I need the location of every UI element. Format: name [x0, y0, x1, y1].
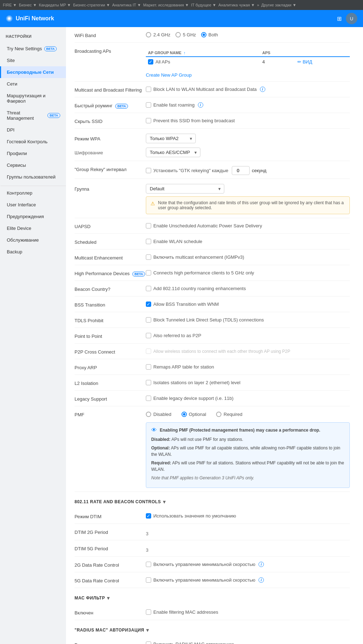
sidebar-item-backup[interactable]: Backup	[0, 246, 66, 258]
scheduled-check-wrap[interactable]: Enable WLAN schedule	[146, 239, 202, 244]
nav-alien[interactable]: Аналитика чужая ▼	[219, 3, 255, 7]
pmf-required-radio[interactable]	[216, 412, 221, 417]
sidebar-item-networks[interactable]: Сети	[0, 78, 66, 90]
nav-future[interactable]: IT будущее ▼	[191, 3, 216, 7]
pmf-optional-radio[interactable]	[182, 412, 187, 417]
high-perf-checkbox[interactable]	[146, 270, 151, 275]
edit-icon[interactable]: ✏	[297, 59, 301, 65]
sidebar-item-services[interactable]: Сервисы	[0, 159, 66, 171]
beacon-country-check-wrap[interactable]: Add 802.11d country roaming enhancements	[146, 286, 246, 291]
bss-transition-check-wrap[interactable]: ✓ Allow BSS Transition with WNM	[146, 302, 219, 307]
beacon-country-checkbox[interactable]	[146, 286, 151, 291]
tdls-prohibit-checkbox[interactable]	[146, 317, 151, 323]
sidebar-item-site[interactable]: Site	[0, 55, 66, 66]
sidebar-item-elite[interactable]: Elite Device	[0, 222, 66, 234]
sidebar-item-profiles[interactable]: Профили	[0, 148, 66, 159]
sidebar-item-wireless[interactable]: Беспроводные Сети	[0, 66, 66, 78]
radius-mac-enabled-check-wrap[interactable]: Включить RADIUS MAC авторизацию	[146, 642, 234, 644]
multicast-enh-checkbox[interactable]	[146, 254, 151, 260]
sidebar-item-try-new[interactable]: Try New Settings BETA	[0, 43, 66, 55]
scheduled-checkbox[interactable]	[146, 239, 151, 244]
mac-filter-enabled-check-wrap[interactable]: Enable filtering MAC addresses	[146, 609, 218, 615]
avatar[interactable]: U	[346, 13, 357, 24]
sort-arrow-icon[interactable]: ↑	[184, 51, 186, 55]
hide-ssid-check-wrap[interactable]: Prevent this SSID from being broadcast	[146, 118, 235, 123]
nav-bookmarks[interactable]: Другие закладки ▼	[261, 3, 296, 7]
ap-all-checkbox[interactable]: ✓	[148, 59, 153, 65]
sidebar-item-routing[interactable]: Маршрутизация и Фаервол	[0, 90, 66, 107]
sidebar-item-alerts[interactable]: Предупреждения	[0, 211, 66, 222]
nav-more[interactable]: »	[257, 3, 259, 7]
group-rekey-check-wrap[interactable]: Установить "GTK rekeying" каждые секунд	[146, 166, 266, 175]
l2-isolation-checkbox[interactable]	[146, 380, 151, 385]
multicast-checkbox[interactable]	[146, 87, 151, 92]
grid-icon[interactable]: ⊞	[337, 15, 342, 22]
ap-view-cell[interactable]: ✏ ВИД	[294, 57, 350, 67]
wifi-band-both[interactable]: Both	[201, 32, 218, 37]
nav-analytics[interactable]: Аналитика IT ▼	[112, 3, 141, 7]
multicast-enh-check-wrap[interactable]: Включить multicast enhancement (IGMPv3)	[146, 254, 244, 260]
ap-row-check-wrap[interactable]: ✓ All APs	[148, 59, 258, 65]
nav-fire[interactable]: FIRE ▼	[3, 3, 17, 7]
fast-roaming-checkbox[interactable]	[146, 102, 151, 108]
l2-isolation-check-wrap[interactable]: Isolates stations on layer 2 (ethernet) …	[146, 380, 240, 385]
sidebar-item-ui[interactable]: User Interface	[0, 199, 66, 211]
data-rate-5g-check-wrap[interactable]: Включить управление минимальной скорость…	[146, 577, 264, 583]
legacy-support-check-wrap[interactable]: Enable legacy device support (i.e. 11b)	[146, 396, 234, 401]
radius-mac-section-heading[interactable]: "RADIUS MAC" АВТОРИЗАЦИЯ ▾	[75, 620, 350, 637]
pmf-disabled[interactable]: Disabled	[146, 412, 172, 417]
p2p-checkbox[interactable]	[146, 333, 151, 338]
legacy-support-checkbox[interactable]	[146, 396, 151, 401]
wifi-band-5g[interactable]: 5 GHz	[175, 32, 196, 37]
radius-mac-enabled-checkbox[interactable]	[146, 642, 151, 644]
pmf-required[interactable]: Required	[216, 412, 242, 417]
data-rate-2g-checkbox[interactable]	[146, 562, 151, 567]
ap-view-link[interactable]: ВИД	[303, 59, 312, 65]
data-rate-5g-checkbox[interactable]	[146, 577, 151, 583]
hide-ssid-checkbox[interactable]	[146, 118, 151, 123]
tdls-prohibit-check-wrap[interactable]: Block Tunneled Link Direct Setup (TDLS) …	[146, 317, 264, 323]
mac-filter-enabled-checkbox[interactable]	[146, 609, 151, 615]
group-select[interactable]: Default	[146, 184, 224, 194]
wpa-mode-select[interactable]: Только WPA2	[146, 134, 196, 143]
fast-roaming-check-wrap[interactable]: Enable fast roaming i	[146, 102, 203, 108]
data-rate-5g-info-icon[interactable]: i	[259, 577, 264, 583]
dtim-mode-check-wrap[interactable]: ✓ Использовать значения по умолчанию	[146, 513, 236, 519]
group-rekey-input[interactable]	[232, 166, 250, 175]
nav-strategy[interactable]: Бизнес-стратегии ▼	[73, 3, 110, 7]
sidebar-item-maintenance[interactable]: Обслуживание	[0, 234, 66, 246]
data-rate-2g-info-icon[interactable]: i	[259, 562, 264, 567]
p2p-check-wrap[interactable]: Also referred to as P2P	[146, 333, 201, 338]
enc-select-wrap[interactable]: Только AES/CCMP ▼	[146, 148, 200, 157]
enc-select[interactable]: Только AES/CCMP	[146, 148, 200, 157]
uapsd-check-wrap[interactable]: Enable Unscheduled Automatic Power Save …	[146, 223, 262, 228]
bss-transition-checkbox[interactable]: ✓	[146, 302, 151, 307]
nav-candidates[interactable]: Кандидаты МР ▼	[39, 3, 71, 7]
pmf-disabled-radio[interactable]	[146, 412, 151, 417]
fast-roaming-info-icon[interactable]: i	[198, 102, 203, 108]
nav-market[interactable]: Маркет. исследования ▼	[143, 3, 189, 7]
wifi-band-both-radio[interactable]	[201, 32, 206, 37]
proxy-arp-checkbox[interactable]	[146, 364, 151, 370]
data-rate-2g-check-wrap[interactable]: Включить управление минимальной скорость…	[146, 562, 264, 567]
high-perf-check-wrap[interactable]: Connects high performance clients to 5 G…	[146, 270, 254, 275]
mac-filter-section-heading[interactable]: МАС ФИЛЬТР ▾	[75, 588, 350, 604]
sidebar-item-guest[interactable]: Гостевой Контроль	[0, 136, 66, 148]
wifi-band-2g[interactable]: 2.4 GHz	[146, 32, 170, 37]
sidebar-item-groups[interactable]: Группы пользователей	[0, 171, 66, 183]
sidebar-item-controller[interactable]: Контроллер	[0, 186, 66, 199]
wpa-mode-select-wrap[interactable]: Только WPA2 ▼	[146, 134, 196, 143]
create-ap-group-link[interactable]: Create New AP Group	[146, 72, 191, 78]
multicast-check-wrap[interactable]: Block LAN to WLAN Multicast and Broadcas…	[146, 87, 265, 92]
rate-beacon-section-heading[interactable]: 802.11 RATE AND BEACON CONTROLS ▾	[75, 492, 350, 508]
wifi-band-2g-radio[interactable]	[146, 32, 151, 37]
dtim-mode-checkbox[interactable]: ✓	[146, 513, 151, 519]
pmf-optional[interactable]: Optional	[182, 412, 206, 417]
sidebar-item-threat[interactable]: Threat Management BETA	[0, 107, 66, 124]
sidebar-item-dpi[interactable]: DPI	[0, 124, 66, 136]
group-select-wrap[interactable]: Default ▼	[146, 184, 224, 194]
group-rekey-checkbox[interactable]	[146, 168, 151, 173]
wifi-band-5g-radio[interactable]	[175, 32, 181, 37]
nav-biz[interactable]: Бизнес ▼	[19, 3, 37, 7]
proxy-arp-check-wrap[interactable]: Remaps ARP table for station	[146, 364, 214, 370]
